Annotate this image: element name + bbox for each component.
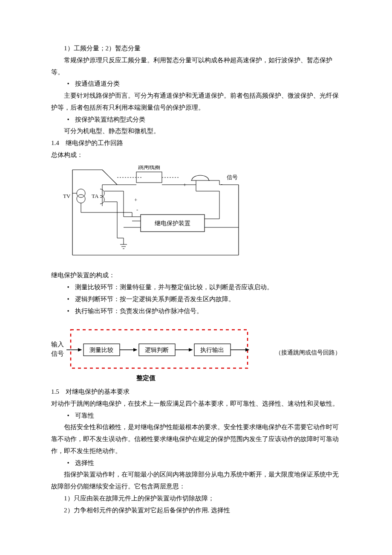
svg-line-5: [102, 170, 117, 185]
box-logic: 逻辑判断: [145, 347, 169, 353]
para-reliability-desc: 包括安全性和信赖性，是对继电保护性能最根本的要求。安全性要求继电保护在不需要它动…: [51, 421, 341, 457]
bullet-exec-text: 执行输出环节：负责发出保护动作脉冲信号。: [75, 308, 203, 314]
para-requirements: 对动作于跳闸的继电保护，在技术上一般应满足四个基本要求，即可靠性、选择性、速动性…: [51, 398, 341, 410]
signal-label: 信号: [227, 174, 238, 180]
svg-text:+: +: [183, 182, 186, 188]
tv-label: TV: [63, 193, 71, 199]
bullet-selectivity: 选择性: [51, 457, 341, 469]
block-diagram: 测量比较 逻辑判断 执行输出: [66, 328, 250, 370]
para-structure-desc: 可分为机电型、静态型和微机型。: [51, 125, 341, 137]
svg-point-18: [77, 189, 85, 198]
bullet-exec: 执行输出环节：负责发出保护动作脉冲信号。: [51, 305, 341, 317]
device-label: 继电保护装置: [155, 220, 190, 227]
input-signal-label: 输入 信号: [51, 340, 66, 359]
bullet-reliability-text: 可靠性: [75, 412, 94, 419]
para-conventional: 常规保护原理只反应工频分量。利用暂态分量可以构成各种超高速保护，如行波保护、暂态…: [51, 55, 341, 78]
bullet-measure-text: 测量比较环节：测量特征量，并与整定值比较，以判断是否应该启动。: [75, 284, 273, 291]
input-line2: 信号: [51, 349, 64, 359]
box-exec: 执行输出: [200, 347, 224, 353]
svg-point-19: [77, 195, 85, 203]
setting-value-label: 整定值: [51, 372, 341, 384]
bullet-reliability: 可靠性: [51, 410, 341, 422]
para-selectivity-1: 1）只应由装在故障元件上的保护装置动作切除故障；: [51, 493, 341, 505]
bullet-measure: 测量比较环节：测量特征量，并与整定值比较，以判断是否应该启动。: [51, 282, 341, 293]
diagram-note: （接通跳闸或信号回路）: [250, 340, 341, 358]
box-measure: 测量比较: [89, 347, 113, 353]
para-channel-desc: 主要针对线路保护而言。可分为有通道保护和无通道保护。前者包括高频保护、微波保护、…: [51, 90, 341, 114]
bullet-channel-text: 按通信通道分类: [75, 80, 120, 87]
bullet-structure-classify: 按保护装置结构型式分类: [51, 114, 341, 126]
input-line1: 输入: [51, 340, 64, 349]
ta-label: TA: [92, 193, 99, 199]
para-components: 1）工频分量；2）暂态分量: [51, 43, 341, 55]
svg-text:-: -: [221, 181, 222, 187]
svg-text:-: -: [136, 206, 138, 213]
para-selectivity-2: 2）力争相邻元件的保护装置对它起后备保护的作用. 选择性: [51, 505, 341, 517]
svg-rect-0: [51, 166, 243, 259]
bullet-channel-classify: 按通信通道分类: [51, 78, 341, 90]
section-1-4-title: 1.4 继电保护的工作回路: [51, 137, 341, 149]
svg-text:+: +: [134, 197, 137, 203]
bullet-selectivity-text: 选择性: [75, 459, 94, 466]
block-diagram-wrap: 输入 信号 测量比较 逻辑判断 执行输出 （接通跳闸或信号回路）: [51, 328, 341, 370]
para-selectivity-desc: 指保护装置动作时，在可能最小的区间内将故障部分从电力系统中断开，最大限度地保证系…: [51, 469, 341, 493]
bullet-structure-text: 按保护装置结构型式分类: [75, 116, 145, 123]
para-overall: 总体构成：: [51, 149, 341, 161]
para-device-composition: 继电保护装置的构成：: [51, 270, 341, 282]
circuit-diagram: 跳闸线圈 + 信号 - TV TA 继电保护装置 + -: [51, 166, 243, 259]
bullet-logic-text: 逻辑判断环节：按一定逻辑关系判断是否发生区内故障。: [75, 296, 235, 302]
section-1-5-title: 1.5 对继电保护的基本要求: [51, 386, 341, 398]
coil-label: 跳闸线圈: [138, 166, 160, 170]
bullet-logic: 逻辑判断环节：按一定逻辑关系判断是否发生区内故障。: [51, 293, 341, 305]
